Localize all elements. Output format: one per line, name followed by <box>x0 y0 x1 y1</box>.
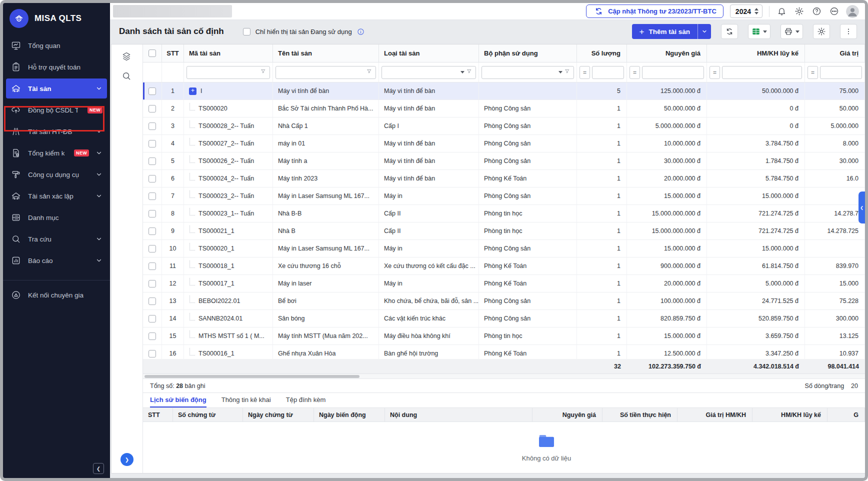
row-checkbox[interactable] <box>148 262 156 270</box>
add-asset-dropdown[interactable] <box>698 24 711 39</box>
year-selector[interactable]: 2024 <box>730 4 762 18</box>
detail-header-cell-g[interactable]: G <box>828 408 865 422</box>
header-cell-stt[interactable]: STT <box>162 44 184 62</box>
header-cell-name[interactable]: Tên tài sản <box>273 44 379 62</box>
table-row[interactable]: 16TS000016_1Ghế nhựa Xuân HòaBàn ghế hội… <box>143 345 865 359</box>
step-down-icon[interactable] <box>754 12 758 14</box>
header-cell-accum[interactable]: HM/KH lũy kế <box>707 44 805 62</box>
filter-input-code[interactable] <box>190 66 258 78</box>
table-row[interactable]: 12TS000017_1Máy in laserMáy inPhòng Kế T… <box>143 275 865 292</box>
detail-header-cell-content[interactable]: Nội dung <box>385 408 532 422</box>
expand-panel-button[interactable]: ❯ <box>120 453 134 466</box>
table-row[interactable]: 4TS000027_2-- Tuấnmáy in 01Máy vi tính đ… <box>143 135 865 152</box>
table-row[interactable]: 5TS000026_2-- TuấnMáy tính aMáy vi tính … <box>143 152 865 170</box>
refresh-button[interactable] <box>721 24 738 39</box>
year-stepper[interactable] <box>754 8 758 14</box>
horizontal-scrollbar-thumb[interactable] <box>144 375 360 378</box>
filter-input-qty[interactable] <box>595 66 621 78</box>
show-in-use-checkbox[interactable] <box>243 28 250 36</box>
filter-input-remain[interactable] <box>823 66 859 78</box>
sidebar-item-tai-san[interactable]: Tài sản <box>6 78 107 98</box>
more-actions-button[interactable] <box>840 24 857 39</box>
row-checkbox[interactable] <box>148 105 156 112</box>
table-row[interactable]: 13BEBOI2022.01Bể bơiKho chứa, bể chứa, b… <box>143 292 865 310</box>
table-row[interactable]: 15MTHS MSTT số 1 ( M...Máy tính MSTT (Mu… <box>143 328 865 345</box>
filter-funnel-icon[interactable] <box>260 68 267 77</box>
info-icon[interactable] <box>357 28 364 36</box>
row-checkbox[interactable] <box>148 175 156 182</box>
sidebar-item-cong-cu-dung-cu[interactable]: Công cụ dụng cụ <box>6 164 107 184</box>
detail-header-cell-change_date[interactable]: Ngày biến động <box>314 408 385 422</box>
more-options-icon[interactable] <box>828 6 840 17</box>
filter-funnel-icon[interactable] <box>366 68 373 77</box>
table-row[interactable]: 6TS000024_2-- TuấnMáy tính 2023Máy vi tí… <box>143 170 865 188</box>
sidebar-item-tong-quan[interactable]: Tổng quan <box>6 36 107 56</box>
filter-input-name[interactable] <box>278 66 364 78</box>
table-row[interactable]: 10TS000020_1Máy in Laser Samsung ML 167.… <box>143 240 865 258</box>
notifications-bell-icon[interactable] <box>776 6 787 17</box>
detail-header-cell-doc_date[interactable]: Ngày chứng từ <box>243 408 314 422</box>
table-row[interactable]: 9TS000021_1Nhà BCấp IIPhòng tin học115.0… <box>143 222 865 240</box>
header-cell-remain[interactable]: Giá trị <box>805 44 865 62</box>
header-cell-code[interactable]: Mã tài sản <box>184 44 273 62</box>
row-checkbox[interactable] <box>148 332 156 340</box>
filter-operator-cost[interactable]: = <box>630 66 640 79</box>
export-excel-button[interactable] <box>748 24 770 39</box>
row-checkbox[interactable] <box>148 192 156 200</box>
header-cell-dept[interactable]: Bộ phận sử dụng <box>479 44 577 62</box>
sidebar-item-tai-san-ht-db[interactable]: Tài sản HT-ĐB <box>6 122 107 142</box>
row-checkbox[interactable] <box>148 122 156 130</box>
page-size-value[interactable]: 20 <box>851 382 858 390</box>
filter-input-accum[interactable] <box>725 66 799 78</box>
filter-funnel-icon[interactable] <box>466 68 473 77</box>
filter-operator-qty[interactable]: = <box>580 66 590 79</box>
row-checkbox[interactable] <box>148 280 156 288</box>
row-checkbox[interactable] <box>148 158 156 165</box>
tab-attachments[interactable]: Tệp đính kèm <box>286 393 326 408</box>
page-size-control[interactable]: Số dòng/trang20 <box>805 382 858 390</box>
detail-header-cell-hmkh_accum[interactable]: HM/KH lũy kế <box>752 408 828 422</box>
settings-gear-icon[interactable] <box>794 6 804 17</box>
sidebar-item-tra-cuu[interactable]: Tra cứu <box>6 229 107 249</box>
sidebar-item-dong-bo-csdl-tsc[interactable]: Đồng bộ CSDL TSCNEW <box>6 100 107 120</box>
update-circular-button[interactable]: Cập nhật Thông tư 23/2023/TT-BTC <box>586 4 724 18</box>
sidebar-item-ho-tro-quyet-toan[interactable]: Hỗ trợ quyết toán <box>6 57 107 77</box>
right-panel-toggle[interactable]: ❮ <box>858 192 865 224</box>
filter-input-type[interactable] <box>384 66 458 78</box>
sidebar-collapse-button[interactable]: ❮ <box>93 463 104 474</box>
sidebar-item-tong-kiem-ke[interactable]: Tổng kiểm kêNEW <box>6 143 107 163</box>
detail-header-cell-stt[interactable]: STT <box>143 408 173 422</box>
detail-header-cell-cost[interactable]: Nguyên giá <box>532 408 602 422</box>
chevron-down-icon[interactable] <box>460 71 464 74</box>
header-cell-qty[interactable]: Số lượng <box>577 44 627 62</box>
user-avatar[interactable] <box>846 5 859 18</box>
table-row[interactable]: 3TS000028_2-- TuấnNhà Cấp 1Cấp IPhòng Cô… <box>143 118 865 135</box>
layers-icon[interactable] <box>122 52 132 62</box>
select-all-checkbox[interactable] <box>148 50 156 57</box>
add-asset-button[interactable]: +Thêm tài sản <box>632 24 711 39</box>
print-button[interactable] <box>780 24 803 39</box>
filter-input-cost[interactable] <box>645 66 701 78</box>
search-icon[interactable] <box>122 71 132 82</box>
detail-header-cell-amount[interactable]: Số tiền thực hiện <box>602 408 678 422</box>
table-row[interactable]: 14SANNB2024.01Sân bóngCác vật kiến trúc … <box>143 310 865 328</box>
filter-input-dept[interactable] <box>484 66 556 78</box>
horizontal-scrollbar[interactable] <box>143 374 865 379</box>
filter-funnel-icon[interactable] <box>564 68 571 77</box>
table-row[interactable]: 11TS000018_1Xe cứu thương 16 chỗXe cứu t… <box>143 258 865 275</box>
row-checkbox[interactable] <box>148 140 156 148</box>
detail-header-cell-hmkh_value[interactable]: Giá trị HM/KH <box>678 408 752 422</box>
row-checkbox[interactable] <box>148 245 156 252</box>
table-row[interactable]: 8TS000023_1-- TuấnNhà B-BCấp IIPhòng tin… <box>143 205 865 222</box>
sidebar-item-ket-noi-chuyen-gia[interactable]: Kết nối chuyên gia <box>6 285 107 305</box>
row-checkbox[interactable] <box>148 88 156 95</box>
sidebar-item-tai-san-xac-lap[interactable]: Tài sản xác lập <box>6 186 107 206</box>
row-checkbox[interactable] <box>148 350 156 358</box>
detail-header-cell-doc_no[interactable]: Số chứng từ <box>173 408 243 422</box>
filter-operator-remain[interactable]: = <box>808 66 818 79</box>
expand-row-icon[interactable]: + <box>189 88 196 95</box>
table-row[interactable]: 7TS000023_2-- TuấnMáy in Laser Samsung M… <box>143 188 865 205</box>
tab-declaration[interactable]: Thông tin kê khai <box>222 393 271 408</box>
row-checkbox[interactable] <box>148 210 156 218</box>
filter-operator-accum[interactable]: = <box>710 66 720 79</box>
